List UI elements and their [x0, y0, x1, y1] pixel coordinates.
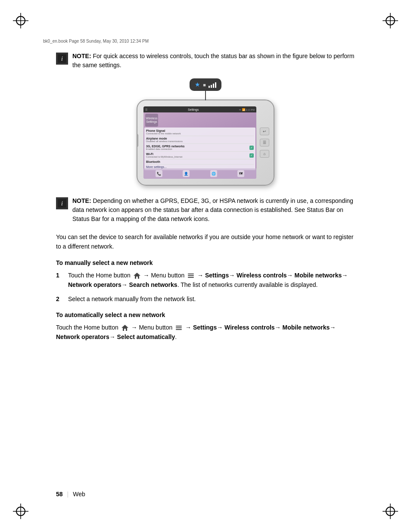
dock-phone-icon: 📞 [156, 170, 162, 177]
menu-item-signal: Phone Signal Connected to the mobile net… [146, 128, 254, 136]
note-box-2: i NOTE: Depending on whether a GPRS, EDG… [56, 196, 355, 224]
check-wifi: ✓ [249, 153, 254, 158]
phone-side-buttons: ↩ ☰ ⌂ [260, 128, 269, 158]
note-text-2: NOTE: Depending on whether a GPRS, EDGE,… [72, 196, 355, 224]
screen-dock: 📞 👤 🌐 🗺 [143, 168, 256, 179]
home-icon [133, 272, 141, 279]
home-icon-2 [121, 324, 129, 331]
note-icon-1: i [56, 53, 68, 65]
phone-body: ☰ Settings ✏ 📶 2:13 PM WirelessSettings … [137, 100, 274, 186]
screen-header: ☰ Settings ✏ 📶 2:13 PM [143, 106, 256, 112]
footer: 58 | Web [56, 491, 85, 498]
footer-section: Web [73, 491, 85, 498]
menu-item-wifi: Wi-Fi Connected to MyWireless_Internet ✓ [146, 152, 254, 159]
svg-rect-22 [176, 327, 182, 328]
menu-icon-2 [175, 324, 183, 331]
phone-screen: ☰ Settings ✏ 📶 2:13 PM WirelessSettings … [143, 106, 256, 179]
note-icon-2: i [56, 197, 68, 209]
status-bubble: ★ ■ [190, 78, 221, 91]
phone-back-button: ↩ [260, 128, 269, 135]
step-1: 1 Touch the Home button → Menu button → … [56, 271, 355, 290]
note-text-1: NOTE: For quick access to wireless contr… [72, 52, 355, 70]
corner-mark-br [383, 504, 398, 519]
note-box-1: i NOTE: For quick access to wireless con… [56, 52, 355, 70]
dock-browser-icon: 🌐 [210, 170, 217, 177]
page-number: 58 [56, 491, 63, 498]
numbered-list: 1 Touch the Home button → Menu button → … [56, 271, 355, 304]
svg-marker-16 [134, 273, 140, 279]
dock-contacts-icon: 👤 [183, 170, 190, 177]
connector-line [205, 91, 206, 100]
body-paragraph: You can set the device to search for ava… [56, 232, 355, 252]
svg-rect-21 [176, 326, 182, 327]
menu-item-bluetooth: Bluetooth [146, 159, 254, 165]
svg-marker-20 [121, 325, 128, 331]
check-3g: ✓ [249, 146, 254, 150]
phone-volume-button [137, 134, 138, 147]
svg-rect-17 [188, 274, 194, 274]
phone-menu-button: ☰ [260, 139, 269, 146]
svg-rect-18 [188, 275, 194, 276]
corner-mark-tr [383, 13, 398, 28]
phone-wrapper: ★ ■ [132, 78, 279, 186]
section2-text: Touch the Home button → Menu button → Se… [56, 323, 355, 342]
menu-item-3g: 3G, EDGE, GPRS networks Enabled data con… [146, 144, 254, 152]
svg-text:i: i [61, 56, 63, 62]
step-2: 2 Select a network manually from the net… [56, 294, 355, 304]
file-info: bk0_en.book Page 58 Sunday, May 30, 2010… [43, 39, 149, 44]
svg-rect-19 [188, 277, 194, 278]
menu-item-airplane: Airplane mode Disabled all wireless tran… [146, 136, 254, 144]
corner-mark-bl [13, 504, 28, 519]
main-content: i NOTE: For quick access to wireless con… [56, 52, 355, 347]
menu-icon-1 [187, 272, 195, 279]
corner-mark-tl [13, 13, 28, 28]
screen-menu: Phone Signal Connected to the mobile net… [144, 128, 255, 170]
svg-text:i: i [61, 200, 63, 207]
footer-separator: | [67, 491, 69, 498]
section-heading-1: To manually select a new network [56, 259, 355, 266]
dock-maps-icon: 🗺 [237, 170, 244, 177]
phone-home-button: ⌂ [260, 150, 269, 158]
svg-rect-23 [176, 329, 182, 330]
section-heading-2: To automatically select a new network [56, 311, 355, 318]
phone-image-container: ★ ■ [56, 78, 355, 186]
